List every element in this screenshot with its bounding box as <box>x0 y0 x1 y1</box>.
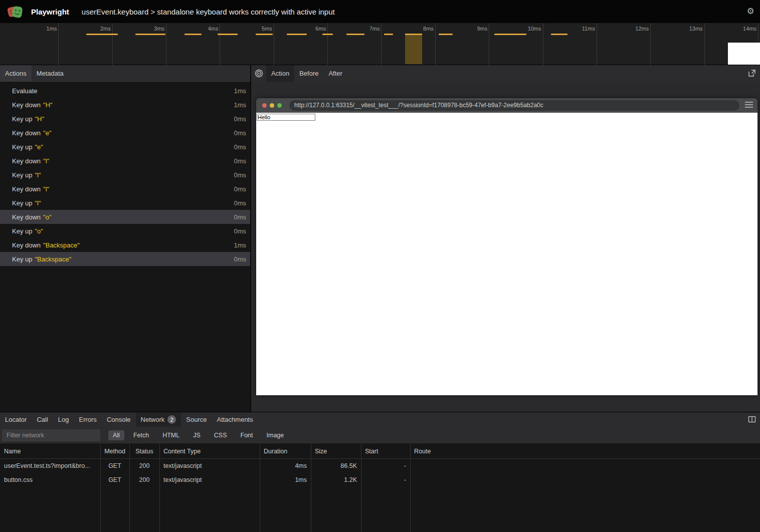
external-link-icon[interactable] <box>748 69 757 78</box>
timeline-tick-label: 11ms <box>582 26 595 32</box>
table-cell: 1ms <box>260 476 311 483</box>
timeline-tick-label: 4ms <box>208 26 219 32</box>
timeline-tick-label: 6ms <box>315 26 326 32</box>
timeline-action-bar[interactable] <box>184 34 202 35</box>
tab-after[interactable]: After <box>323 65 347 82</box>
filter-chip-js[interactable]: JS <box>188 430 205 440</box>
filter-chip-fetch[interactable]: Fetch <box>129 430 153 440</box>
snapshot-tabs: ActionBeforeAfter <box>266 65 347 82</box>
timeline-grid-cell: 13ms <box>651 23 704 65</box>
timeline-grid-cell: 5ms <box>220 23 274 65</box>
action-row[interactable]: Key up"H"0ms <box>0 112 250 126</box>
network-count-badge: 2 <box>167 415 176 424</box>
tab-log[interactable]: Log <box>53 412 74 427</box>
column-divider <box>260 444 260 532</box>
timeline-grid-cell: 2ms <box>59 23 112 65</box>
column-header: Duration <box>260 448 311 455</box>
action-row[interactable]: Key down"Backspace"1ms <box>0 238 250 252</box>
column-header: Status <box>129 448 159 455</box>
filter-chip-all[interactable]: All <box>108 430 124 440</box>
timeline-grid-cell: 3ms <box>113 23 166 65</box>
timeline-tick-label: 2ms <box>100 26 111 32</box>
page-text-input[interactable] <box>257 114 315 121</box>
snapshot-tabbar: ActionBeforeAfter <box>251 65 760 82</box>
tab-errors[interactable]: Errors <box>74 412 101 427</box>
action-row[interactable]: Key up"l"0ms <box>0 196 250 210</box>
header-bar: Playwright userEvent.keyboard > standalo… <box>0 0 760 23</box>
timeline-action-bar[interactable] <box>384 34 393 35</box>
network-table: NameMethodStatusContent TypeDurationSize… <box>0 444 760 532</box>
bottom-panel: LocatorCallLogErrorsConsoleNetwork2Sourc… <box>0 412 760 532</box>
film-strip-thumbnail[interactable] <box>728 43 760 65</box>
tab-before[interactable]: Before <box>294 65 323 82</box>
table-cell: - <box>361 462 410 469</box>
trace-title: userEvent.keyboard > standalone keyboard… <box>82 8 335 16</box>
timeline-action-bar[interactable] <box>322 34 333 35</box>
timeline-action-bar[interactable] <box>346 34 364 35</box>
timeline-action-bar[interactable] <box>287 34 307 35</box>
tab-actions[interactable]: Actions <box>0 65 32 81</box>
table-cell: 200 <box>129 462 159 469</box>
timeline-grid-cell: 10ms <box>489 23 543 65</box>
network-header-row: NameMethodStatusContent TypeDurationSize… <box>0 444 760 459</box>
action-row[interactable]: Key up"l"0ms <box>0 168 250 182</box>
traffic-lights <box>262 103 282 108</box>
tab-locator[interactable]: Locator <box>0 412 32 427</box>
timeline-grid-cell: 12ms <box>597 23 651 65</box>
action-row[interactable]: Key down"e"0ms <box>0 126 250 140</box>
timeline-action-bar[interactable] <box>218 34 238 35</box>
action-row[interactable]: Key up"e"0ms <box>0 140 250 154</box>
timeline-tick-label: 8ms <box>423 26 434 32</box>
playwright-logo <box>7 3 24 20</box>
table-cell: text/javascript <box>159 462 260 469</box>
timeline-action-bar[interactable] <box>551 34 567 35</box>
network-row[interactable]: button.cssGET200text/javascript1ms1.2K- <box>0 473 760 487</box>
column-divider <box>361 444 361 532</box>
timeline-strip[interactable]: 1ms2ms3ms4ms5ms6ms7ms8ms9ms10ms11ms12ms1… <box>0 23 760 65</box>
timeline-action-bar[interactable] <box>86 34 118 35</box>
timeline-action-bar[interactable] <box>439 34 453 35</box>
network-row[interactable]: userEvent.test.ts?import&bro...GET200tex… <box>0 459 760 473</box>
actions-tabbar: ActionsMetadata <box>0 65 250 82</box>
timeline-action-bar[interactable] <box>135 34 165 35</box>
network-type-filters: AllFetchHTMLJSCSSFontImage <box>108 430 288 440</box>
action-row[interactable]: Key up"Backspace"0ms <box>0 252 250 266</box>
tab-call[interactable]: Call <box>32 412 53 427</box>
tab-network[interactable]: Network2 <box>136 412 181 427</box>
timeline-grid-cell: 4ms <box>166 23 220 65</box>
timeline-tick-label: 9ms <box>477 26 487 32</box>
timeline-tick-label: 10ms <box>528 26 541 32</box>
timeline-tick-label: 12ms <box>635 26 649 32</box>
filter-chip-image[interactable]: Image <box>262 430 289 440</box>
tab-console[interactable]: Console <box>102 412 136 427</box>
timeline-action-bar[interactable] <box>494 34 526 35</box>
table-cell: GET <box>100 462 129 469</box>
action-list: Evaluate1msKey down"H"1msKey up"H"0msKey… <box>0 82 250 412</box>
action-row[interactable]: Key down"H"1ms <box>0 98 250 112</box>
action-row[interactable]: Key down"l"0ms <box>0 154 250 168</box>
action-row[interactable]: Evaluate1ms <box>0 84 250 98</box>
gear-icon[interactable]: ⚙︎ <box>746 7 755 16</box>
tab-action[interactable]: Action <box>266 65 294 82</box>
tab-metadata[interactable]: Metadata <box>32 65 69 81</box>
split-view-icon[interactable] <box>748 415 757 424</box>
timeline-action-bar[interactable] <box>256 34 273 35</box>
column-divider <box>100 444 101 532</box>
target-icon[interactable] <box>251 65 266 82</box>
filter-network-input[interactable] <box>2 429 100 441</box>
timeline-tick-label: 7ms <box>369 26 380 32</box>
tab-source[interactable]: Source <box>181 412 212 427</box>
action-row[interactable]: Key down"l"0ms <box>0 182 250 196</box>
filter-chip-font[interactable]: Font <box>236 430 258 440</box>
timeline-selected-block[interactable] <box>405 34 422 64</box>
table-cell: 4ms <box>260 462 311 469</box>
timeline-tick-label: 13ms <box>689 26 703 32</box>
app-name: Playwright <box>31 8 69 16</box>
filter-chip-css[interactable]: CSS <box>210 430 232 440</box>
browser-chrome: http://127.0.0.1:63315/__vitest_test___/… <box>256 98 757 113</box>
action-row[interactable]: Key up"o"0ms <box>0 224 250 238</box>
minimize-dot-icon <box>270 103 274 108</box>
tab-attachments[interactable]: Attachments <box>212 412 258 427</box>
action-row[interactable]: Key down"o"0ms <box>0 210 250 224</box>
filter-chip-html[interactable]: HTML <box>158 430 184 440</box>
